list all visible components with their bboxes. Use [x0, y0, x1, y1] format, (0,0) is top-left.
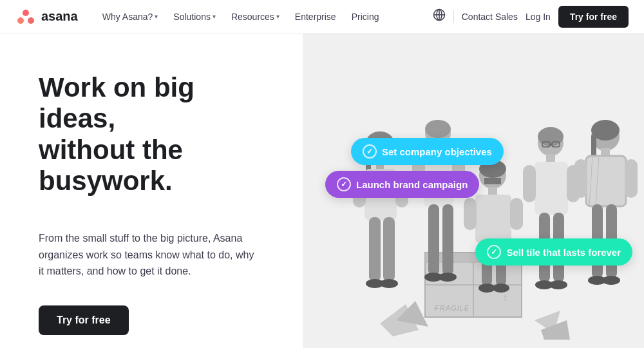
main-content: Work on big ideas, without the busywork.… [0, 34, 644, 348]
nav-pricing[interactable]: Pricing [345, 8, 386, 26]
contact-sales-link[interactable]: Contact Sales [462, 12, 518, 22]
hero-title: Work on big ideas, without the busywork. [39, 72, 272, 197]
chevron-down-icon: ▾ [213, 13, 216, 20]
svg-rect-45 [510, 198, 523, 230]
svg-rect-36 [442, 204, 453, 275]
svg-rect-43 [475, 195, 511, 243]
svg-point-30 [425, 120, 451, 138]
hero-right-panel: FRAGILE ↑ [303, 34, 644, 348]
chevron-down-icon: ▾ [276, 13, 279, 20]
svg-rect-35 [428, 204, 439, 275]
nav-divider [453, 10, 454, 23]
nav-enterprise[interactable]: Enterprise [289, 8, 343, 26]
check-circle-icon: ✓ [363, 144, 377, 159]
svg-text:FRAGILE: FRAGILE [435, 304, 469, 312]
svg-point-1 [17, 17, 24, 24]
nav-links: Why Asana? ▾ Solutions ▾ Resources ▾ Ent… [96, 8, 433, 26]
svg-point-38 [439, 273, 457, 282]
chevron-down-icon: ▾ [155, 13, 158, 20]
svg-point-62 [549, 280, 567, 289]
svg-rect-72 [574, 159, 587, 198]
svg-rect-25 [369, 217, 381, 282]
navbar: asana Why Asana? ▾ Solutions ▾ Resources… [0, 0, 644, 34]
svg-rect-41 [484, 178, 501, 184]
nav-try-free-button[interactable]: Try for free [558, 6, 629, 28]
login-link[interactable]: Log In [526, 12, 551, 22]
svg-rect-26 [383, 217, 395, 282]
nav-solutions[interactable]: Solutions ▾ [167, 8, 222, 26]
hero-cta-button[interactable]: Try for free [39, 305, 129, 335]
svg-text:↑: ↑ [502, 292, 507, 303]
svg-point-49 [493, 284, 509, 293]
nav-right: Contact Sales Log In Try for free [433, 6, 629, 28]
svg-rect-57 [523, 165, 536, 202]
logo[interactable]: asana [15, 6, 78, 27]
check-circle-icon: ✓ [337, 177, 351, 191]
globe-icon [433, 8, 446, 21]
svg-rect-44 [464, 198, 477, 230]
task-pill-objectives: ✓ Set company objectives [351, 138, 504, 165]
svg-rect-55 [546, 154, 555, 163]
task-pill-tile: ✓ Sell tile that lasts forever [475, 238, 632, 266]
svg-rect-42 [488, 187, 497, 196]
nav-resources[interactable]: Resources ▾ [225, 8, 286, 26]
hero-left-panel: Work on big ideas, without the busywork.… [0, 34, 303, 348]
brand-name: asana [41, 9, 78, 24]
svg-point-77 [602, 276, 620, 285]
language-button[interactable] [433, 8, 446, 24]
svg-point-0 [23, 10, 29, 16]
check-circle-icon: ✓ [487, 245, 501, 259]
task-pill-campaign: ✓ Launch brand campaign [325, 171, 479, 198]
hero-description: From the small stuff to the big picture,… [39, 230, 258, 280]
svg-rect-56 [535, 162, 568, 215]
svg-rect-73 [625, 159, 638, 198]
svg-point-2 [28, 17, 34, 24]
nav-why-asana[interactable]: Why Asana? ▾ [96, 8, 165, 26]
svg-point-28 [380, 279, 398, 288]
